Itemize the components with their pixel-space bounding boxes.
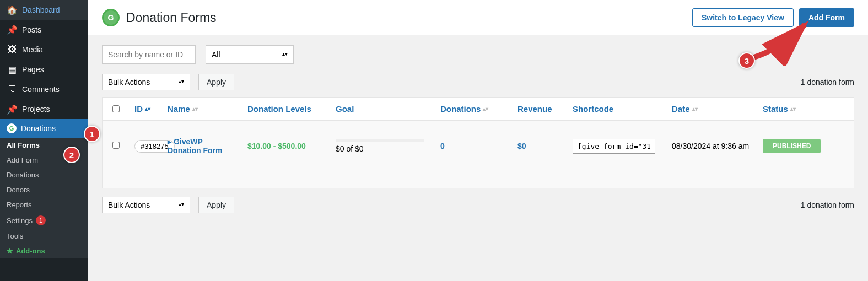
- sidebar-sub-label: Add-ons: [16, 247, 45, 255]
- table-header-row: ID▴▾ Name▴▾ Donation Levels Goal Donatio…: [103, 98, 854, 121]
- media-icon: 🖾: [7, 44, 18, 55]
- pin-icon: 📌: [7, 104, 18, 115]
- sort-icon: ▴▾: [692, 106, 698, 112]
- sidebar-sub-settings[interactable]: Settings1: [0, 212, 88, 229]
- sidebar-item-label: Donations: [21, 124, 56, 133]
- annotation-arrow-icon: [747, 17, 818, 66]
- sidebar-item-label: Projects: [22, 105, 50, 114]
- column-id[interactable]: ID▴▾: [129, 104, 162, 114]
- sidebar-sub-label: Donations: [7, 171, 39, 179]
- sidebar-sub-reports[interactable]: Reports: [0, 197, 88, 212]
- sidebar-sub-tools[interactable]: Tools: [0, 229, 88, 244]
- sidebar-sub-label: Tools: [7, 232, 23, 240]
- select-all-checkbox[interactable]: [112, 105, 120, 112]
- sidebar-item-dashboard[interactable]: 🏠Dashboard: [0, 0, 88, 20]
- search-input[interactable]: [102, 45, 196, 64]
- sort-icon: ▴▾: [192, 106, 198, 112]
- sidebar-item-label: Dashboard: [22, 6, 60, 14]
- sidebar-sub-addons[interactable]: Add-ons: [0, 244, 88, 258]
- form-name-link[interactable]: GiveWP Donation Form: [168, 137, 223, 155]
- th-label: Donation Levels: [247, 104, 311, 114]
- th-label: Revenue: [517, 104, 552, 114]
- form-count: 1 donation form: [801, 78, 854, 87]
- sidebar-item-label: Posts: [22, 25, 41, 34]
- sidebar-item-media[interactable]: 🖾Media: [0, 40, 88, 60]
- sidebar-sub-label: Add Form: [7, 156, 38, 164]
- column-shortcode: Shortcode: [567, 104, 666, 114]
- th-label: Date: [672, 104, 690, 114]
- sidebar-sub-donations[interactable]: Donations: [0, 167, 88, 182]
- column-goal: Goal: [330, 104, 435, 114]
- page-title: Donation Forms: [126, 10, 692, 25]
- bulk-actions-bottom: Bulk Actions▴▾ Apply 1 donation form: [88, 188, 868, 220]
- bulk-actions-top: Bulk Actions▴▾ Apply 1 donation form: [88, 74, 868, 97]
- sidebar-item-label: Media: [22, 45, 43, 54]
- goal-progress-bar: [336, 139, 424, 142]
- shortcode-input[interactable]: [573, 139, 655, 154]
- status-badge: PUBLISHED: [763, 139, 821, 153]
- th-label: Shortcode: [573, 104, 613, 114]
- sidebar-sub-label: All Forms: [7, 141, 40, 149]
- sidebar-item-pages[interactable]: ▤Pages: [0, 60, 88, 79]
- th-label: Status: [763, 104, 788, 114]
- date-text: 08/30/2024 at 9:36 am: [672, 142, 749, 150]
- column-donations[interactable]: Donations▴▾: [435, 104, 512, 114]
- sort-down-icon: ▴▾: [145, 106, 150, 112]
- pin-icon: 📌: [7, 24, 18, 35]
- column-date[interactable]: Date▴▾: [666, 104, 757, 114]
- sort-icon: ▴▾: [483, 106, 488, 112]
- pages-icon: ▤: [7, 64, 18, 75]
- give-icon: G: [7, 123, 17, 133]
- gauge-icon: 🏠: [7, 4, 18, 15]
- sidebar-item-label: Comments: [22, 85, 60, 94]
- comment-icon: 🗨: [7, 84, 18, 95]
- sidebar-sub-label: Reports: [7, 201, 32, 209]
- sidebar-sub-label: Donors: [7, 186, 30, 194]
- template-marker-icon: ▸: [168, 137, 171, 146]
- filter-select[interactable]: All▴▾: [206, 45, 294, 64]
- column-name[interactable]: Name▴▾: [162, 104, 242, 114]
- apply-button[interactable]: Apply: [198, 197, 234, 213]
- th-label: Name: [168, 104, 190, 114]
- annotation-marker-1: 1: [84, 126, 100, 142]
- chevron-updown-icon: ▴▾: [282, 50, 288, 58]
- table-row: #318275 ▸GiveWP Donation Form $10.00 - $…: [103, 121, 854, 188]
- sidebar-item-projects[interactable]: 📌Projects: [0, 99, 88, 119]
- sidebar-item-donations[interactable]: GDonations: [0, 119, 88, 138]
- sidebar-item-posts[interactable]: 📌Posts: [0, 20, 88, 40]
- apply-button[interactable]: Apply: [198, 74, 234, 90]
- chevron-updown-icon: ▴▾: [179, 201, 184, 208]
- row-checkbox[interactable]: [112, 142, 120, 149]
- admin-sidebar: 🏠Dashboard 📌Posts 🖾Media ▤Pages 🗨Comment…: [0, 0, 88, 281]
- give-logo-icon: G: [102, 9, 120, 26]
- notification-badge: 1: [36, 215, 46, 225]
- donation-levels-text: $10.00 - $500.00: [247, 142, 306, 150]
- th-label: Goal: [336, 104, 354, 114]
- donations-count-link[interactable]: 0: [440, 142, 445, 150]
- chevron-updown-icon: ▴▾: [179, 78, 184, 85]
- column-levels: Donation Levels: [242, 104, 330, 114]
- forms-table: ID▴▾ Name▴▾ Donation Levels Goal Donatio…: [102, 97, 854, 188]
- form-count: 1 donation form: [801, 201, 854, 209]
- sidebar-sub-donors[interactable]: Donors: [0, 182, 88, 197]
- sidebar-item-comments[interactable]: 🗨Comments: [0, 79, 88, 99]
- revenue-link[interactable]: $0: [517, 142, 526, 150]
- bulk-value: Bulk Actions: [108, 201, 150, 209]
- annotation-marker-2: 2: [63, 147, 80, 163]
- sidebar-sub-label: Settings: [7, 217, 33, 225]
- annotation-marker-3: 3: [738, 52, 755, 69]
- filter-value: All: [212, 50, 220, 59]
- column-status[interactable]: Status▴▾: [757, 104, 840, 114]
- bulk-action-select[interactable]: Bulk Actions▴▾: [102, 197, 190, 213]
- bulk-value: Bulk Actions: [108, 78, 150, 87]
- th-label: Donations: [440, 104, 481, 114]
- sidebar-item-label: Pages: [22, 65, 44, 74]
- goal-text: $0 of $0: [336, 144, 364, 153]
- bulk-action-select[interactable]: Bulk Actions▴▾: [102, 74, 190, 90]
- th-label: ID: [134, 104, 143, 114]
- sort-icon: ▴▾: [790, 106, 796, 112]
- column-revenue: Revenue: [512, 104, 567, 114]
